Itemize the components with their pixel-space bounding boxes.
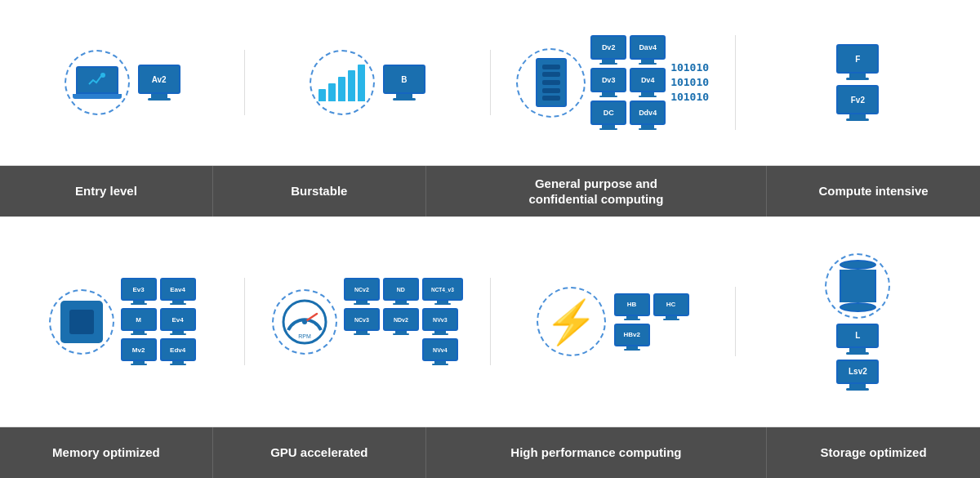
ncv3-label: NCv3: [344, 308, 380, 331]
dv4-monitor: Dv4: [630, 68, 666, 97]
ev4-label: Ev4: [160, 308, 196, 331]
top-icon-row: Av2 B: [0, 0, 980, 166]
nvv4-monitor: NVv4: [422, 338, 458, 365]
dav4-label: Dav4: [630, 35, 666, 60]
memory-optimized-icons: Ev3 Eav4 M: [0, 278, 245, 365]
wrench-icon: [85, 72, 109, 88]
ev4-monitor: Ev4: [160, 308, 196, 335]
bottom-icon-row: Ev3 Eav4 M: [0, 217, 980, 427]
dc-label: DC: [590, 101, 626, 125]
memory-optimized-label: Memory optimized: [0, 427, 213, 478]
speedometer-icon: RPM: [280, 297, 329, 346]
burstable-circle: [310, 50, 375, 115]
nct4v3-label: NCT4_v3: [422, 278, 463, 301]
dv2-label: Dv2: [590, 35, 626, 60]
ncv2-label: NCv2: [344, 278, 380, 301]
nvv4-label: NVv4: [422, 338, 458, 361]
nd-label: ND: [383, 278, 419, 301]
burstable-icons: B: [245, 50, 490, 115]
memory-optimized-circle: [49, 289, 114, 355]
storage-monitor-group: L Lsv2: [836, 324, 879, 391]
f-monitor: F: [836, 44, 879, 80]
nvv3-label: NVv3: [422, 308, 458, 331]
lsv2-label: Lsv2: [836, 360, 879, 384]
ndv2-monitor: NDv2: [383, 308, 419, 335]
ncv2-monitor: NCv2: [344, 278, 380, 305]
gpu-accelerated-label: GPU accelerated: [213, 427, 426, 478]
hc-monitor: HC: [653, 293, 689, 320]
bar-chart-icon: [318, 65, 365, 101]
ddv4-monitor: Ddv4: [630, 101, 666, 130]
dav4-monitor: Dav4: [630, 35, 666, 65]
laptop-icon: [73, 66, 122, 99]
gpu-accelerated-icons: RPM NCv2 ND NCT4_v3: [245, 278, 490, 365]
nvv3-monitor: NVv3: [422, 308, 458, 335]
b-label: B: [383, 65, 425, 94]
hpc-icons: ⚡ HB HC HBv2: [491, 287, 736, 356]
eav4-monitor: Eav4: [160, 278, 196, 305]
storage-circle: [825, 253, 890, 319]
nd-monitor: ND: [383, 278, 419, 305]
dv2-monitor: Dv2: [590, 35, 626, 65]
svg-text:RPM: RPM: [298, 333, 311, 339]
memory-monitor-group: Ev3 Eav4 M: [121, 278, 196, 365]
ncv3-monitor: NCv3: [344, 308, 380, 335]
storage-optimized-icons: L Lsv2: [736, 253, 980, 391]
hpc-circle: ⚡: [537, 287, 606, 356]
lightning-icon: ⚡: [545, 301, 598, 343]
hb-label: HB: [614, 293, 650, 316]
hb-monitor: HB: [614, 293, 650, 320]
hbv2-label: HBv2: [614, 324, 650, 346]
dv4-label: Dv4: [630, 68, 666, 92]
av2-monitor: Av2: [138, 65, 180, 101]
entry-level-icons: Av2: [0, 50, 245, 115]
burstable-label: Burstable: [213, 166, 426, 217]
nct4v3-monitor: NCT4_v3: [422, 278, 463, 305]
svg-point-3: [302, 319, 307, 324]
high-performance-label: High performance computing: [426, 427, 767, 478]
entry-level-circle: [65, 50, 130, 115]
eav4-label: Eav4: [160, 278, 196, 301]
ev3-monitor: Ev3: [121, 278, 157, 305]
bottom-label-row: Memory optimized GPU accelerated High pe…: [0, 427, 980, 478]
main-container: Av2 B: [0, 0, 980, 478]
database-icon: [840, 260, 876, 312]
hbv2-monitor: HBv2: [614, 324, 650, 351]
compute-intensive-label: Compute intensive: [767, 166, 980, 217]
edv4-label: Edv4: [160, 338, 196, 361]
gpu-circle: RPM: [272, 289, 337, 355]
compute-intensive-icons: F Fv2: [736, 44, 980, 121]
general-purpose-circle: [516, 48, 586, 118]
chip-icon: [60, 301, 103, 343]
top-label-row: Entry level Burstable General purpose an…: [0, 166, 980, 217]
lsv2-monitor: Lsv2: [836, 360, 879, 391]
general-purpose-icons: Dv2 Dav4 Dv3: [491, 35, 736, 130]
b-monitor: B: [383, 65, 425, 101]
ddv4-label: Ddv4: [630, 101, 666, 125]
ndv2-label: NDv2: [383, 308, 419, 331]
general-purpose-label: General purpose andconfidential computin…: [426, 166, 767, 217]
mv2-monitor: Mv2: [121, 338, 157, 365]
server-tower-icon: [536, 58, 567, 107]
dv3-label: Dv3: [590, 68, 626, 92]
mv2-label: Mv2: [121, 338, 157, 361]
dv3-monitor: Dv3: [590, 68, 626, 97]
ev3-label: Ev3: [121, 278, 157, 301]
av2-label: Av2: [138, 65, 180, 94]
m-label: M: [121, 308, 157, 331]
hpc-monitor-group: HB HC HBv2: [614, 293, 689, 351]
hc-label: HC: [653, 293, 689, 316]
f-label: F: [836, 44, 879, 74]
edv4-monitor: Edv4: [160, 338, 196, 365]
l-monitor: L: [836, 324, 879, 355]
gpu-monitor-group: NCv2 ND NCT4_v3: [344, 278, 463, 365]
general-purpose-monitor-group: Dv2 Dav4 Dv3: [590, 35, 666, 130]
binary-display: 101010101010101010: [670, 60, 709, 105]
storage-optimized-label: Storage optimized: [767, 427, 980, 478]
fv2-label: Fv2: [836, 85, 879, 114]
dc-monitor: DC: [590, 101, 626, 130]
l-label: L: [836, 324, 879, 348]
m-monitor: M: [121, 308, 157, 335]
binary-group: 101010101010101010: [670, 60, 709, 105]
fv2-monitor: Fv2: [836, 85, 879, 121]
